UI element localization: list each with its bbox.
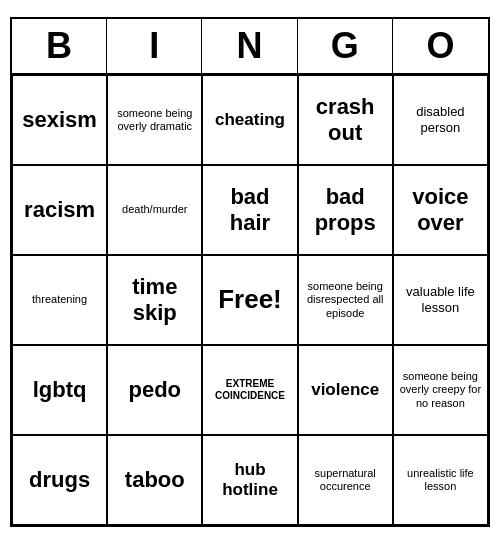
bingo-card: BINGO sexismsomeone being overly dramati…	[10, 17, 490, 527]
bingo-cell-0-3: crash out	[298, 75, 393, 165]
bingo-grid: sexismsomeone being overly dramaticcheat…	[12, 75, 488, 525]
header-letter: G	[298, 19, 393, 73]
bingo-cell-1-2: bad hair	[202, 165, 297, 255]
bingo-cell-0-4: disabled person	[393, 75, 488, 165]
bingo-cell-1-4: voice over	[393, 165, 488, 255]
bingo-cell-4-3: supernatural occurence	[298, 435, 393, 525]
bingo-cell-3-4: someone being overly creepy for no reaso…	[393, 345, 488, 435]
bingo-cell-2-4: valuable life lesson	[393, 255, 488, 345]
bingo-cell-2-3: someone being disrespected all episode	[298, 255, 393, 345]
header-letter: I	[107, 19, 202, 73]
bingo-cell-4-2: hub hotline	[202, 435, 297, 525]
bingo-cell-4-4: unrealistic life lesson	[393, 435, 488, 525]
bingo-cell-2-0: threatening	[12, 255, 107, 345]
bingo-cell-4-1: taboo	[107, 435, 202, 525]
bingo-cell-0-2: cheating	[202, 75, 297, 165]
bingo-cell-2-2: Free!	[202, 255, 297, 345]
bingo-cell-1-0: racism	[12, 165, 107, 255]
header-letter: B	[12, 19, 107, 73]
bingo-cell-0-1: someone being overly dramatic	[107, 75, 202, 165]
header-letter: O	[393, 19, 488, 73]
bingo-cell-3-3: violence	[298, 345, 393, 435]
bingo-cell-4-0: drugs	[12, 435, 107, 525]
bingo-cell-3-2: EXTREME COINCIDENCE	[202, 345, 297, 435]
bingo-cell-1-1: death/murder	[107, 165, 202, 255]
bingo-header: BINGO	[12, 19, 488, 75]
bingo-cell-3-0: lgbtq	[12, 345, 107, 435]
bingo-cell-1-3: bad props	[298, 165, 393, 255]
bingo-cell-3-1: pedo	[107, 345, 202, 435]
bingo-cell-2-1: time skip	[107, 255, 202, 345]
header-letter: N	[202, 19, 297, 73]
bingo-cell-0-0: sexism	[12, 75, 107, 165]
